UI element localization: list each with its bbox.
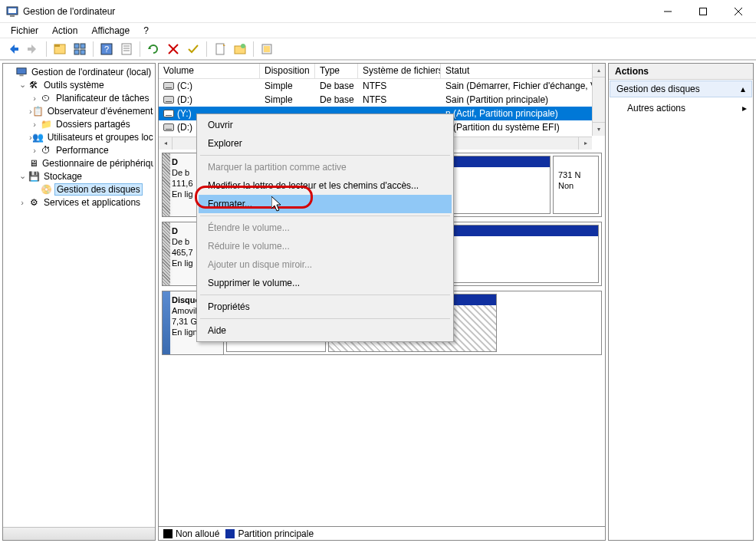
computer-icon [15,66,28,78]
legend-swatch-unallocated [163,529,173,538]
tree-shared-folders[interactable]: ›📁Dossiers partagés [5,117,153,130]
legend: Non alloué Partition principale [159,526,605,540]
close-button[interactable] [721,0,756,22]
col-type[interactable]: Type [315,64,358,78]
cm-mark-active: Marquer la partition comme active [199,158,452,176]
tree-root[interactable]: Gestion de l'ordinateur (local) [5,65,153,78]
svg-rect-13 [74,44,79,48]
folder-icon: 📁 [40,118,52,130]
svg-marker-7 [10,44,15,54]
tree-services[interactable]: ›⚙Services et applications [5,196,153,209]
check-button[interactable] [185,41,202,58]
cm-explore[interactable]: Explorer [199,134,452,153]
menu-file[interactable]: Fichier [5,24,44,38]
device-icon: 🖥 [29,157,38,169]
drive-icon [163,123,174,131]
tree-event-viewer[interactable]: ›📋Observateur d'événements [5,104,153,117]
delete-button[interactable] [165,41,182,58]
cm-extend: Étendre le volume... [199,219,452,237]
event-icon: 📋 [32,105,44,117]
clock-icon: ⏲ [40,92,52,104]
cm-change-letter[interactable]: Modifier la lettre de lecteur et les che… [199,176,452,195]
folder-new-button[interactable] [232,41,248,58]
svg-rect-10 [28,48,31,51]
cm-format[interactable]: Formater... [199,195,452,213]
svg-rect-1 [8,8,16,13]
svg-rect-15 [74,50,79,54]
menu-help[interactable]: ? [137,24,155,38]
tree-performance[interactable]: ›⏱Performance [5,143,153,156]
svg-rect-32 [17,67,26,74]
users-icon: 👥 [32,131,44,143]
col-filesystem[interactable]: Système de fichiers [358,64,441,78]
col-status[interactable]: Statut [441,64,605,78]
menubar: Fichier Action Affichage ? [0,23,756,38]
svg-rect-12 [54,44,60,47]
svg-rect-31 [264,46,270,52]
svg-rect-26 [216,44,224,54]
cm-properties[interactable]: Propriétés [199,298,452,316]
tree-pane: Gestion de l'ordinateur (local) ⌄ 🛠 Outi… [2,63,156,541]
perf-icon: ⏱ [40,144,52,156]
disk-icon: 📀 [40,183,52,196]
window-title: Gestion de l'ordinateur [23,6,650,17]
collapse-icon: ▴ [741,84,745,94]
tree-users-groups[interactable]: ›👥Utilisateurs et groupes locaux [5,130,153,143]
rescan-button[interactable] [145,41,162,58]
legend-swatch-primary [225,529,235,538]
cm-open[interactable]: Ouvrir [199,116,452,134]
svg-text:?: ? [104,44,109,54]
cm-delete-volume[interactable]: Supprimer le volume... [199,274,452,292]
col-disposition[interactable]: Disposition [260,64,315,78]
actions-header: Actions [609,64,753,80]
show-hide-button[interactable] [71,41,88,58]
cm-mirror: Ajouter un disque miroir... [199,255,452,274]
svg-rect-33 [19,74,23,76]
col-volume[interactable]: Volume [159,64,260,78]
svg-rect-14 [81,44,85,48]
cm-help[interactable]: Aide [199,321,452,340]
extra-button[interactable] [258,41,275,58]
partition[interactable]: 731 N Non [553,156,599,214]
toolbar: ? [0,38,756,60]
drive-icon [163,96,174,104]
menu-action[interactable]: Action [46,24,84,38]
drive-icon [163,110,174,117]
table-row[interactable]: (C:) Simple De base NTFS Sain (Démarrer,… [159,79,605,93]
storage-icon: 💾 [28,170,40,183]
wrench-icon: 🛠 [28,79,40,91]
menu-view[interactable]: Affichage [85,24,136,38]
drive-icon [163,82,174,90]
actions-pane: Actions Gestion des disques ▴ Autres act… [608,63,754,541]
properties-button[interactable] [118,41,135,58]
views-button[interactable] [51,41,68,58]
tree-storage[interactable]: ⌄💾Stockage [5,169,153,183]
help-icon-button[interactable]: ? [98,41,115,58]
svg-rect-19 [122,44,131,54]
tree-device-manager[interactable]: 🖥Gestionnaire de périphériques [5,156,153,169]
cm-reduce: Réduire le volume... [199,237,452,255]
forward-button[interactable] [25,41,41,58]
svg-rect-16 [81,50,85,54]
svg-rect-4 [700,8,707,15]
minimize-button[interactable] [650,0,685,22]
svg-rect-8 [15,48,18,51]
services-icon: ⚙ [28,196,40,209]
svg-rect-2 [10,15,15,17]
actions-more[interactable]: Autres actions ▸ [609,98,753,118]
chevron-right-icon: ▸ [742,103,747,114]
titlebar: Gestion de l'ordinateur [0,0,756,23]
tree-task-scheduler[interactable]: ›⏲Planificateur de tâches [5,91,153,104]
tree-tools[interactable]: ⌄ 🛠 Outils système [5,78,153,91]
new-button[interactable] [212,41,228,58]
back-button[interactable] [5,41,21,58]
context-menu: Ouvrir Explorer Marquer la partition com… [196,114,454,342]
table-row[interactable]: (D:) Simple De base NTFS Sain (Partition… [159,93,605,107]
actions-section[interactable]: Gestion des disques ▴ [610,81,752,97]
maximize-button[interactable] [685,0,721,22]
svg-point-29 [241,44,245,48]
scrollbar-vertical[interactable] [592,64,605,136]
svg-marker-9 [31,44,36,54]
tree-disk-management[interactable]: 📀Gestion des disques [5,183,153,196]
app-icon [6,5,18,18]
